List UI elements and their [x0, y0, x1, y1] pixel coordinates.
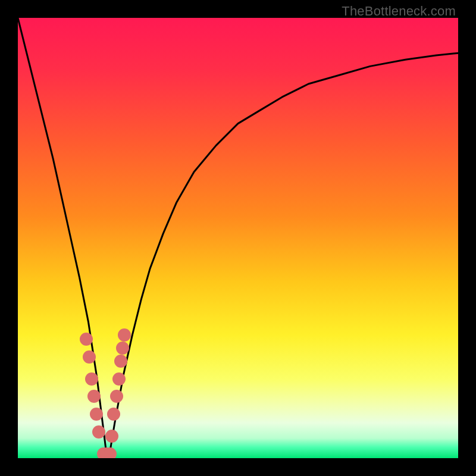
scatter-dot [105, 430, 118, 443]
scatter-dot [92, 425, 105, 439]
plot-area [18, 18, 458, 458]
scatter-dot [80, 333, 93, 346]
chart-frame: TheBottleneck.com [0, 0, 476, 476]
scatter-dot [90, 408, 103, 421]
scatter-dot [118, 328, 131, 342]
watermark-text: TheBottleneck.com [342, 4, 456, 19]
curve-layer [18, 18, 458, 458]
scatter-dot [110, 390, 123, 403]
scatter-dot [116, 342, 129, 355]
scatter-dot [83, 350, 96, 364]
scatter-dot [104, 447, 117, 458]
scatter-dot [85, 372, 98, 386]
bottleneck-curve [18, 18, 458, 449]
scatter-dot [112, 372, 126, 386]
